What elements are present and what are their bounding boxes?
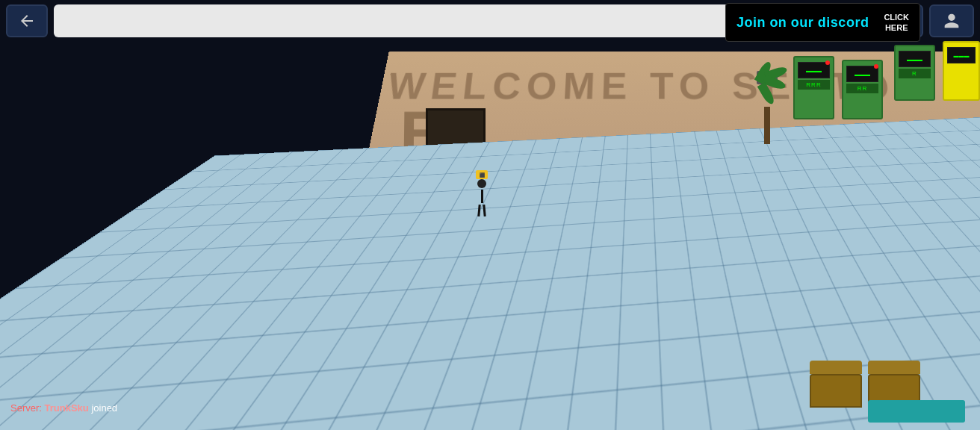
player-leg-left — [477, 205, 480, 216]
chat-log: Server: TrunkSku joined — [7, 401, 120, 415]
discord-join-text: Join on our discord — [736, 15, 869, 31]
player-character: ⬛ — [474, 179, 489, 220]
slot-machine-4: ▬▬▬ — [943, 41, 980, 101]
character-button[interactable] — [929, 4, 974, 37]
slot-screen-1: ▬▬▬ — [798, 62, 830, 78]
click-label: CLICKHERE — [884, 12, 909, 34]
back-icon — [18, 12, 36, 30]
palm-tree — [752, 71, 782, 131]
discord-banner[interactable]: Join on our discord CLICKHERE — [725, 3, 920, 42]
player-body — [474, 179, 489, 220]
slot-screen-4: ▬▬▬ — [947, 47, 976, 63]
slot-screen-3: ▬▬▬ — [899, 51, 931, 67]
palm-trunk — [764, 107, 770, 144]
player-head — [477, 179, 486, 188]
couch-1 — [810, 361, 862, 408]
chat-username: TrunkSku — [45, 402, 89, 414]
player-leg-right — [483, 205, 486, 216]
couch-back-1 — [810, 361, 862, 374]
character-icon — [941, 10, 962, 31]
slot-light-2 — [874, 64, 878, 69]
game-scene: WELCOME TO SECTOR B ▬▬▬ RRR — [284, 0, 980, 430]
slot-machine-1: ▬▬▬ RRR — [793, 56, 834, 119]
slot-label-2: RR — [846, 84, 878, 93]
slot-machine-2: ▬▬▬ RR — [842, 60, 883, 119]
player-badge: ⬛ — [476, 170, 488, 179]
couch-seat-1 — [810, 374, 862, 408]
game-world: WELCOME TO SECTOR B ▬▬▬ RRR — [0, 0, 980, 430]
slot-screen-2: ▬▬▬ — [846, 66, 878, 82]
slot-label-1: RRR — [798, 80, 830, 90]
chat-action: joined — [91, 402, 117, 414]
chat-message-1: Server: TrunkSku joined — [7, 401, 120, 415]
player-torso — [481, 190, 483, 203]
slot-machine-3: ▬▬▬ R — [894, 45, 935, 101]
player-legs — [474, 205, 489, 216]
teal-mat — [868, 400, 965, 423]
couch-back-2 — [868, 361, 920, 374]
discord-click-here-button[interactable]: CLICKHERE — [884, 12, 909, 34]
server-label: Server: — [10, 402, 42, 414]
slot-light-1 — [825, 60, 830, 65]
slot-label-3: R — [899, 69, 931, 78]
back-button[interactable] — [6, 4, 48, 37]
